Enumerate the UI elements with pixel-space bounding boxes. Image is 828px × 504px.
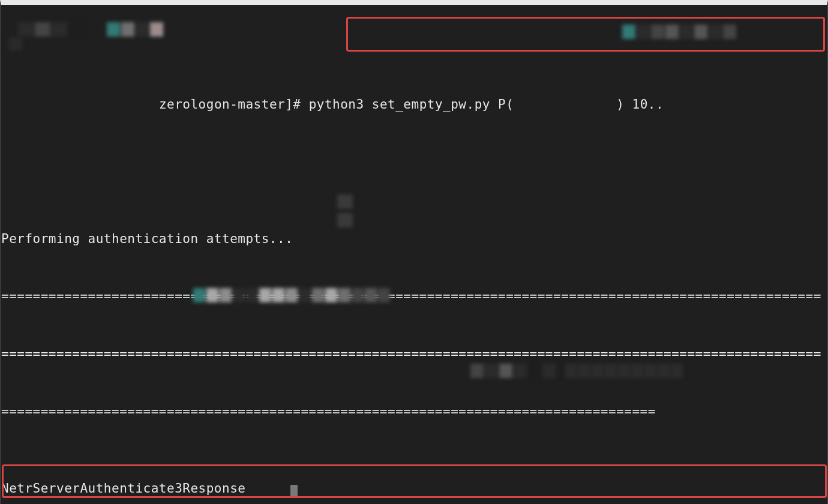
highlight-box-command bbox=[346, 17, 825, 52]
redaction-icon bbox=[337, 194, 353, 209]
redaction-icon bbox=[107, 22, 163, 37]
divider-line-2: ========================================… bbox=[1, 344, 827, 364]
terminal-window[interactable]: zerologon-master]# python3 set_empty_pw.… bbox=[0, 0, 828, 504]
redaction-icon bbox=[18, 22, 84, 37]
redaction-icon bbox=[622, 25, 736, 39]
path-segment: zerologon-master bbox=[159, 97, 285, 112]
divider-line-3: ========================================… bbox=[1, 402, 827, 421]
redaction-icon bbox=[193, 288, 390, 302]
blank-line bbox=[1, 152, 827, 172]
cursor-icon bbox=[290, 485, 298, 498]
redaction-icon bbox=[8, 37, 23, 50]
redaction-icon bbox=[470, 364, 556, 378]
performing-line: Performing authentication attempts... bbox=[1, 229, 827, 248]
truncation: . bbox=[656, 97, 664, 112]
command-arg-suffix: ) 10. bbox=[616, 97, 656, 112]
prompt-indicator: ]# bbox=[285, 97, 301, 112]
redaction-icon bbox=[565, 364, 683, 378]
divider-line-1: ========================================… bbox=[1, 287, 827, 306]
redaction-icon bbox=[337, 213, 353, 227]
ghost-prompt bbox=[1, 481, 298, 500]
command-text: python3 set_empty_pw.py P( bbox=[309, 97, 514, 112]
prompt-line: zerologon-master]# python3 set_empty_pw.… bbox=[1, 95, 827, 114]
